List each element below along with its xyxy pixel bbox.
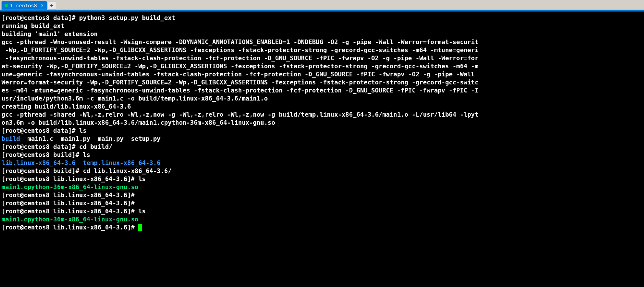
terminal-line: une=generic -fasynchronous-unwind-tables… [2,70,642,78]
terminal-text: main1.cpython-36m-x86_64-linux-gnu.so [2,216,138,223]
terminal-text: une=generic -fasynchronous-unwind-tables… [2,71,479,78]
terminal-line: build main1.c main1.py main.py setup.py [2,135,642,143]
terminal-text: [root@centos8 build]# ls [2,151,90,158]
terminal-line: lib.linux-x86_64-3.6 temp.linux-x86_64-3… [2,159,642,167]
plus-icon: + [50,2,53,8]
terminal-line: on3.6m -o build/lib.linux-x86_64-3.6/mai… [2,119,642,127]
terminal-text: build [2,135,20,142]
terminal-text: at-security -Wp,-D_FORTIFY_SOURCE=2 -Wp,… [2,63,479,70]
terminal-line: [root@centos8 build]# cd lib.linux-x86_6… [2,167,642,175]
terminal-text: -fasynchronous-unwind-tables -fstack-cla… [2,54,479,62]
terminal-text: usr/include/python3.6m -c main1.c -o bui… [2,95,268,102]
terminal-line: at-security -Wp,-D_FORTIFY_SOURCE=2 -Wp,… [2,62,642,70]
terminal-text: [root@centos8 lib.linux-x86_64-3.6]# [2,224,138,231]
terminal-text: temp.linux-x86_64-3.6 [83,159,160,167]
terminal-line: gcc -pthread -shared -Wl,-z,relro -Wl,-z… [2,111,642,119]
terminal-text: [root@centos8 lib.linux-x86_64-3.6]# [2,200,138,207]
terminal-text: main1.c main1.py main.py setup.py [20,135,160,142]
terminal-text: [root@centos8 data]# cd build/ [2,143,112,150]
terminal-text: Werror=format-security -Wp,-D_FORTIFY_SO… [2,79,479,86]
tab-centos8[interactable]: 1 centos8 × [2,1,47,10]
terminal-line: main1.cpython-36m-x86_64-linux-gnu.so [2,215,642,223]
terminal-text [76,159,83,167]
connection-status-icon [5,4,8,7]
terminal-text: [root@centos8 data]# python3 setup.py bu… [2,14,175,21]
terminal-line: gcc -pthread -Wno-unused-result -Wsign-c… [2,38,642,46]
terminal-line: building 'main1' extension [2,30,642,38]
terminal-text: running build_ext [2,22,64,30]
terminal-line: -Wp,-D_FORTIFY_SOURCE=2 -Wp,-D_GLIBCXX_A… [2,46,642,54]
terminal-text: gcc -pthread -shared -Wl,-z,relro -Wl,-z… [2,111,479,118]
terminal-text: [root@centos8 lib.linux-x86_64-3.6]# ls [2,175,146,183]
terminal-line: usr/include/python3.6m -c main1.c -o bui… [2,94,642,102]
terminal-text: creating build/lib.linux-x86_64-3.6 [2,103,131,110]
terminal-line: Werror=format-security -Wp,-D_FORTIFY_SO… [2,78,642,86]
terminal-line: [root@centos8 lib.linux-x86_64-3.6]# ls [2,175,642,183]
terminal-line: [root@centos8 build]# ls [2,151,642,159]
terminal-text: lib.linux-x86_64-3.6 [2,159,76,167]
terminal-text: building 'main1' extension [2,30,97,38]
terminal-line: [root@centos8 lib.linux-x86_64-3.6]# ls [2,207,642,215]
terminal-line: [root@centos8 data]# ls [2,127,642,135]
terminal-line: creating build/lib.linux-x86_64-3.6 [2,102,642,111]
terminal-line: running build_ext [2,22,642,30]
terminal-output[interactable]: [root@centos8 data]# python3 setup.py bu… [0,12,644,287]
cursor [138,224,142,231]
terminal-text: -Wp,-D_FORTIFY_SOURCE=2 -Wp,-D_GLIBCXX_A… [2,46,479,54]
terminal-text: main1.cpython-36m-x86_64-linux-gnu.so [2,183,138,191]
terminal-text: [root@centos8 lib.linux-x86_64-3.6]# [2,191,138,199]
tab-bar: 1 centos8 × + [0,0,644,10]
terminal-text: on3.6m -o build/lib.linux-x86_64-3.6/mai… [2,119,275,126]
terminal-line: main1.cpython-36m-x86_64-linux-gnu.so [2,183,642,191]
terminal-line: [root@centos8 lib.linux-x86_64-3.6]# [2,191,642,199]
close-icon[interactable]: × [41,3,43,8]
terminal-line: [root@centos8 data]# python3 setup.py bu… [2,14,642,22]
new-tab-button[interactable]: + [48,1,56,10]
terminal-text: [root@centos8 lib.linux-x86_64-3.6]# ls [2,208,146,215]
terminal-line: [root@centos8 data]# cd build/ [2,143,642,151]
terminal-line: [root@centos8 lib.linux-x86_64-3.6]# [2,199,642,207]
terminal-text: [root@centos8 build]# cd lib.linux-x86_6… [2,167,172,175]
terminal-line: [root@centos8 lib.linux-x86_64-3.6]# [2,223,642,231]
terminal-line: es -m64 -mtune=generic -fasynchronous-un… [2,86,642,94]
terminal-text: [root@centos8 data]# ls [2,127,87,134]
terminal-text: gcc -pthread -Wno-unused-result -Wsign-c… [2,38,479,46]
terminal-line: -fasynchronous-unwind-tables -fstack-cla… [2,54,642,62]
tab-label: 1 centos8 [10,3,37,8]
terminal-text: es -m64 -mtune=generic -fasynchronous-un… [2,87,479,94]
